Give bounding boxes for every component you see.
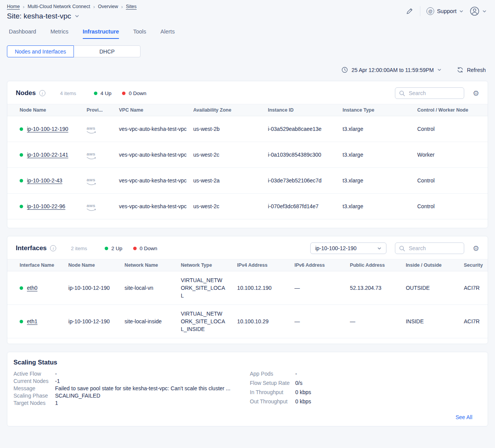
- breadcrumb-separator: ›: [121, 4, 123, 9]
- node-vpc-name: ves-vpc-auto-kesha-test-vpc: [119, 177, 193, 184]
- info-icon[interactable]: i: [39, 90, 45, 96]
- tab-bar: Dashboard Metrics Infrastructure Tools A…: [0, 28, 495, 39]
- interface-name-link[interactable]: eth0: [27, 284, 37, 292]
- tab-alerts[interactable]: Alerts: [161, 28, 175, 39]
- node-name-link[interactable]: ip-10-100-2-43: [27, 177, 62, 184]
- scaling-label: Target Nodes: [13, 400, 55, 406]
- nodes-items-count: 4 items: [60, 90, 76, 96]
- node-vpc-name: ves-vpc-auto-kesha-test-vpc: [119, 151, 193, 159]
- table-row: ip-10-100-22-96 aws ves-vpc-auto-kesha-t…: [7, 194, 488, 219]
- interface-network-name: site-local-inside: [125, 318, 181, 325]
- col-provider: Provi...: [87, 107, 119, 113]
- breadcrumb-multi-cloud-network-connect[interactable]: Multi-Cloud Network Connect: [28, 4, 90, 9]
- node-az: us-west-2c: [193, 202, 268, 210]
- col-ipv6-address: IPv6 Address: [294, 262, 350, 268]
- tab-dashboard[interactable]: Dashboard: [9, 28, 36, 39]
- node-az: us-west-2b: [193, 125, 268, 133]
- tab-metrics[interactable]: Metrics: [50, 28, 69, 39]
- nodes-down-label: 0 Down: [129, 90, 146, 96]
- node-az: us-west-2c: [193, 151, 268, 159]
- chevron-down-icon: [75, 14, 79, 18]
- breadcrumb-overview[interactable]: Overview: [98, 4, 118, 9]
- scaling-value: SCALING_FAILED: [55, 393, 100, 399]
- breadcrumb-sites[interactable]: Sites: [126, 4, 137, 9]
- node-instance-id: i-070ef3dc687fd14e7: [268, 202, 343, 210]
- interface-public-address: 52.13.204.73: [350, 284, 406, 292]
- scaling-label: Current Nodes: [13, 378, 55, 384]
- page-title: Site: kesha-test-vpc: [7, 12, 71, 20]
- interface-node: ip-10-100-12-190: [69, 284, 125, 292]
- col-inside-outside: Inside / Outside: [406, 262, 464, 268]
- nodes-table-header: Node Name Provi... VPC Name Availability…: [7, 104, 488, 116]
- account-menu-button[interactable]: [470, 6, 487, 16]
- node-instance-type: t3.xlarge: [343, 202, 417, 210]
- scaling-value: 0/s: [295, 380, 303, 386]
- top-bar: Home › Multi-Cloud Network Connect › Ove…: [0, 0, 495, 20]
- subtab-nodes-and-interfaces[interactable]: Nodes and Interfaces: [7, 45, 74, 57]
- time-toolbar: 25 Apr 12:00:00AM to 11:59:59PM Refresh: [0, 67, 495, 73]
- nodes-search-input[interactable]: [408, 90, 458, 97]
- up-status-dot: [105, 247, 108, 250]
- node-status-dot: [20, 153, 23, 157]
- node-role: Control: [417, 202, 475, 210]
- pen-icon: [405, 7, 414, 15]
- interface-security: ACI7R: [464, 284, 488, 292]
- gear-icon[interactable]: ⚙: [473, 245, 479, 252]
- aws-provider-icon: aws: [87, 204, 97, 211]
- col-control-worker: Control / Worker Node: [417, 107, 475, 113]
- node-role: Control: [417, 177, 475, 184]
- interface-node: ip-10-100-12-190: [69, 318, 125, 325]
- node-selector-value: ip-10-100-12-190: [315, 245, 356, 251]
- interface-side: INSIDE: [406, 318, 464, 325]
- node-selector-dropdown[interactable]: ip-10-100-12-190: [310, 242, 386, 254]
- interfaces-search-input[interactable]: [408, 245, 458, 252]
- nodes-controls: ⚙: [395, 87, 479, 99]
- edit-pen-button[interactable]: [405, 7, 414, 15]
- node-vpc-name: ves-vpc-auto-kesha-test-vpc: [119, 202, 193, 210]
- subtab-dhcp[interactable]: DHCP: [74, 45, 140, 57]
- interface-ipv6: —: [294, 284, 350, 292]
- interface-name-link[interactable]: eth1: [27, 318, 37, 325]
- scaling-value: 1: [55, 400, 58, 406]
- time-range-selector[interactable]: 25 Apr 12:00:00AM to 11:59:59PM: [341, 67, 441, 73]
- aws-provider-icon: aws: [87, 126, 97, 134]
- scaling-value: -: [295, 371, 297, 377]
- scaling-label: Out Throughput: [250, 398, 295, 405]
- refresh-label: Refresh: [467, 67, 486, 73]
- refresh-button[interactable]: Refresh: [457, 67, 486, 73]
- node-name-link[interactable]: ip-10-100-22-141: [27, 151, 68, 159]
- interface-ipv4: 10.100.12.190: [237, 284, 294, 292]
- chevron-down-icon: [377, 246, 381, 251]
- tab-tools[interactable]: Tools: [133, 28, 146, 39]
- interfaces-card-header: Interfaces i 2 items 2 Up 0 Down ip-10-1…: [7, 236, 488, 259]
- interface-security: ACI7R: [464, 318, 488, 325]
- aws-provider-icon: aws: [87, 178, 97, 186]
- nodes-card: Nodes i 4 items 4 Up 0 Down ⚙ Node Name: [7, 81, 488, 228]
- support-menu-button[interactable]: @ Support: [426, 7, 463, 15]
- interface-side: OUTSIDE: [406, 284, 464, 292]
- scaling-label: Flow Setup Rate: [250, 380, 295, 386]
- interfaces-search: [395, 242, 464, 254]
- subtab-group: Nodes and Interfaces DHCP: [7, 45, 488, 57]
- scaling-right-column: App Pods- Flow Setup Rate0/s In Throughp…: [250, 371, 479, 408]
- avatar-icon: [470, 6, 480, 16]
- col-vpc-name: VPC Name: [119, 107, 193, 113]
- scaling-status-title: Scaling Status: [7, 352, 488, 366]
- interface-network-type: VIRTUAL_NETWORK_SITE_LOCAL: [181, 276, 237, 299]
- gear-icon[interactable]: ⚙: [473, 90, 479, 97]
- see-all-link[interactable]: See All: [455, 414, 472, 420]
- node-instance-id: i-0a1039c854389c300: [268, 151, 343, 159]
- interface-public-address: —: [350, 318, 406, 325]
- col-instance-type: Instance Type: [343, 107, 417, 113]
- node-name-link[interactable]: ip-10-100-12-190: [27, 125, 68, 133]
- node-role: Control: [417, 125, 475, 133]
- tab-infrastructure[interactable]: Infrastructure: [83, 28, 119, 39]
- col-security: Security: [464, 262, 488, 268]
- nodes-up-label: 4 Up: [100, 90, 112, 96]
- node-name-link[interactable]: ip-10-100-22-96: [27, 202, 65, 210]
- interface-network-name: site-local-vn: [125, 284, 181, 292]
- table-row: ip-10-100-22-141 aws ves-vpc-auto-kesha-…: [7, 142, 488, 168]
- support-icon: @: [426, 7, 434, 15]
- breadcrumb-home[interactable]: Home: [7, 4, 20, 9]
- info-icon[interactable]: i: [50, 245, 56, 251]
